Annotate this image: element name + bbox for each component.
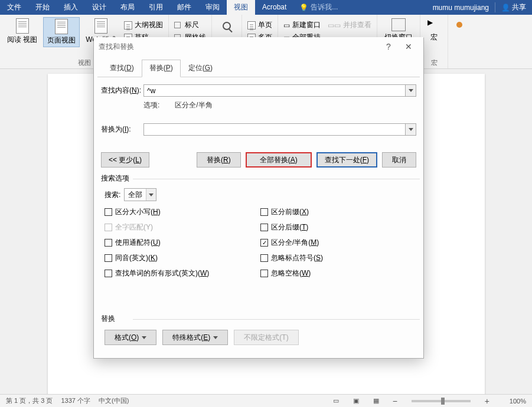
record-indicator-icon: [456, 22, 462, 28]
outline-icon: [124, 21, 132, 29]
ruler-checkbox[interactable]: 标尺: [172, 19, 208, 31]
tab-file[interactable]: 文件: [0, 0, 28, 15]
checked-icon: ✓: [260, 239, 268, 247]
web-layout-view-button[interactable]: ▦: [370, 396, 382, 406]
language-indicator[interactable]: 中文(中国): [99, 396, 129, 405]
find-what-dropdown[interactable]: [405, 84, 416, 97]
zoom-out-button[interactable]: −: [390, 396, 400, 406]
outline-view-button[interactable]: 大纲视图: [122, 19, 165, 31]
macros-button[interactable]: ▶ 宏: [424, 17, 444, 44]
checkbox-icon: [174, 22, 181, 28]
find-replace-dialog: 查找和替换 ? ✕ 查找(D) 替换(P) 定位(G) 查找内容(N): 选项:…: [93, 37, 424, 359]
match-prefix-checkbox[interactable]: 区分前缀(X): [260, 207, 416, 217]
ignore-space-checkbox[interactable]: 忽略空格(W): [260, 268, 416, 278]
slider-thumb-icon: [441, 398, 445, 405]
document-icon: [55, 19, 68, 34]
match-case-checkbox[interactable]: 区分大小写(H): [105, 207, 260, 217]
dialog-title: 查找和替换: [99, 42, 378, 52]
chevron-down-icon: [149, 193, 154, 196]
page-count[interactable]: 第 1 页，共 3 页: [6, 396, 53, 405]
whole-word-checkbox: 全字匹配(Y): [105, 222, 260, 232]
read-mode-view-button[interactable]: ▭: [330, 396, 342, 406]
no-formatting-button: 不限定格式(T): [234, 330, 298, 345]
window-icon: ▭: [283, 21, 290, 29]
tab-replace[interactable]: 替换(P): [142, 60, 181, 77]
share-button[interactable]: 👤 共享: [495, 2, 532, 12]
tab-view[interactable]: 视图: [227, 0, 255, 15]
chevron-down-icon: [409, 89, 413, 92]
page-icon: [247, 21, 256, 29]
find-next-button[interactable]: 查找下一处(F): [316, 152, 377, 168]
cancel-button[interactable]: 取消: [382, 152, 416, 168]
full-half-width-checkbox[interactable]: ✓区分全/半角(M): [260, 238, 416, 248]
account-name[interactable]: mumu mumujiang: [427, 4, 495, 12]
ignore-punct-checkbox[interactable]: 忽略标点符号(S): [260, 253, 416, 263]
windows-icon: [391, 18, 406, 31]
zoom-level[interactable]: 100%: [500, 398, 526, 405]
sidebyside-icon: ▭▭: [328, 21, 341, 29]
wildcards-checkbox[interactable]: 使用通配符(U): [105, 238, 260, 248]
dialog-help-button[interactable]: ?: [378, 40, 399, 54]
word-count[interactable]: 1337 个字: [61, 396, 90, 405]
new-window-button[interactable]: ▭新建窗口: [282, 19, 322, 31]
replace-with-input[interactable]: [143, 123, 405, 136]
chevron-down-icon: [213, 336, 218, 339]
tab-acrobat[interactable]: Acrobat: [255, 0, 293, 15]
zoom-button[interactable]: [216, 17, 238, 35]
print-layout-view-button[interactable]: ▣: [350, 396, 362, 406]
tab-goto[interactable]: 定位(G): [181, 60, 220, 77]
magnifier-icon: [219, 18, 234, 34]
chevron-down-icon: [142, 336, 146, 339]
tab-references[interactable]: 引用: [142, 0, 170, 15]
tab-mailings[interactable]: 邮件: [170, 0, 198, 15]
replace-with-label: 替换为(I):: [101, 124, 143, 134]
tab-design[interactable]: 设计: [85, 0, 113, 15]
less-button[interactable]: << 更少(L): [101, 152, 149, 168]
special-button[interactable]: 特殊格式(E): [162, 330, 228, 345]
side-by-side-button[interactable]: ▭▭并排查看: [326, 19, 373, 31]
tab-review[interactable]: 审阅: [198, 0, 227, 15]
sounds-like-checkbox[interactable]: 同音(英文)(K): [105, 253, 260, 263]
find-what-input[interactable]: [143, 84, 405, 97]
match-suffix-checkbox[interactable]: 区分后缀(T): [260, 222, 416, 232]
document-icon: [16, 18, 29, 34]
format-button[interactable]: 格式(O): [105, 330, 156, 345]
tab-find[interactable]: 查找(D): [102, 60, 142, 77]
tab-layout[interactable]: 布局: [113, 0, 142, 15]
chevron-down-icon: [409, 128, 413, 131]
read-mode-button[interactable]: 阅读 视图: [4, 17, 41, 47]
options-label: 选项:: [143, 100, 173, 110]
dialog-close-button[interactable]: ✕: [399, 40, 419, 54]
tell-me-search[interactable]: 💡 告诉我...: [293, 2, 344, 12]
ribbon-tabs: 文件 开始 插入 设计 布局 引用 邮件 审阅 视图 Acrobat 💡 告诉我…: [0, 0, 532, 15]
replace-section-heading: 替换: [101, 314, 115, 323]
tab-insert[interactable]: 插入: [57, 0, 85, 15]
search-direction-select[interactable]: 全部: [124, 188, 156, 201]
tab-home[interactable]: 开始: [28, 0, 57, 15]
share-icon: 👤: [501, 4, 510, 12]
document-icon: [94, 18, 107, 34]
replace-with-dropdown[interactable]: [405, 123, 416, 136]
zoom-in-button[interactable]: +: [482, 396, 492, 406]
replace-button[interactable]: 替换(R): [197, 152, 241, 168]
word-forms-checkbox[interactable]: 查找单词的所有形式(英文)(W): [105, 268, 260, 278]
bulb-icon: 💡: [299, 4, 308, 12]
print-layout-button[interactable]: 页面视图: [43, 17, 80, 47]
one-page-button[interactable]: 单页: [246, 19, 274, 31]
options-value: 区分全/半角: [175, 101, 212, 109]
status-bar: 第 1 页，共 3 页 1337 个字 中文(中国) ▭ ▣ ▦ − + 100…: [0, 394, 532, 407]
replace-all-button[interactable]: 全部替换(A): [246, 152, 312, 168]
find-what-label: 查找内容(N):: [101, 86, 143, 96]
search-options-heading: 搜索选项: [101, 174, 129, 182]
search-direction-label: 搜索:: [105, 190, 120, 200]
macro-icon: ▶: [427, 18, 440, 31]
zoom-slider[interactable]: [412, 400, 471, 402]
